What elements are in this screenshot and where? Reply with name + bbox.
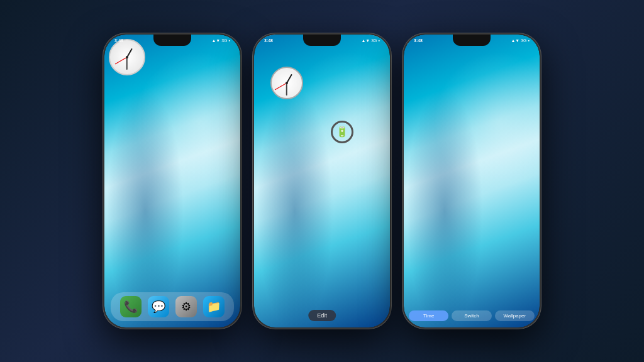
clock-center-2 xyxy=(286,82,288,84)
tab-time[interactable]: Time xyxy=(409,310,448,321)
status-icons-1: ▲▼ 3G ▪ xyxy=(211,38,230,43)
status-icons-2: ▲▼ 3G ▪ xyxy=(361,38,380,43)
status-time-2: 3:48 xyxy=(264,38,273,43)
phone-1-shell: 3:48 ▲▼ 3G ▪ 13:50 xyxy=(103,33,242,329)
dock-icon-Phone[interactable]: 📞 xyxy=(120,296,142,317)
second-hand xyxy=(115,57,128,65)
phone-3: 3:48 ▲▼ 3G ▪ 13 51 25 October 24 Friday xyxy=(402,33,541,329)
clock-face xyxy=(109,39,145,75)
phone-3-tabs: TimeSwitchWallpaper xyxy=(409,310,535,321)
phone-2-screen: 3:48 ▲▼ 3G ▪ 🔍 Search xyxy=(254,35,390,327)
phone-3-status-bar: 3:48 ▲▼ 3G ▪ xyxy=(404,38,540,43)
second-hand-2 xyxy=(275,83,287,90)
status-time-3: 3:48 xyxy=(414,38,423,43)
clock-center xyxy=(126,56,128,58)
dock-icon-Messages[interactable]: 💬 xyxy=(148,296,169,317)
phone-3-screen: 3:48 ▲▼ 3G ▪ 13 51 25 October 24 Friday xyxy=(404,35,540,327)
dock-icon-Settings[interactable]: ⚙ xyxy=(175,296,197,317)
phone-2: 3:48 ▲▼ 3G ▪ 🔍 Search xyxy=(253,33,391,329)
tab-wallpaper[interactable]: Wallpaper xyxy=(495,310,535,321)
clock-face-2 xyxy=(270,67,303,99)
phone-1: 3:48 ▲▼ 3G ▪ 13:50 xyxy=(103,33,242,329)
battery-circle: 🔋 xyxy=(331,121,353,143)
edit-button[interactable]: Edit xyxy=(308,310,336,321)
phone-3-shell: 3:48 ▲▼ 3G ▪ 13 51 25 October 24 Friday xyxy=(402,33,541,329)
minute-hand xyxy=(126,57,128,70)
dock-icon-Files[interactable]: 📁 xyxy=(203,296,225,317)
status-icons-3: ▲▼ 3G ▪ xyxy=(511,38,530,43)
phone-2-status-bar: 3:48 ▲▼ 3G ▪ xyxy=(254,38,390,43)
tab-switch[interactable]: Switch xyxy=(452,310,491,321)
phone-1-screen: 3:48 ▲▼ 3G ▪ 13:50 xyxy=(104,35,240,327)
phone-1-status-bar: 3:48 ▲▼ 3G ▪ xyxy=(104,38,240,43)
minute-hand-2 xyxy=(286,83,287,96)
status-time-1: 3:48 xyxy=(114,38,123,43)
phone-3-wallpaper xyxy=(404,35,540,327)
phone-1-wallpaper xyxy=(104,35,240,327)
phone-1-dock: 📞💬⚙📁 xyxy=(111,292,234,321)
phone-2-shell: 3:48 ▲▼ 3G ▪ 🔍 Search xyxy=(253,33,391,329)
